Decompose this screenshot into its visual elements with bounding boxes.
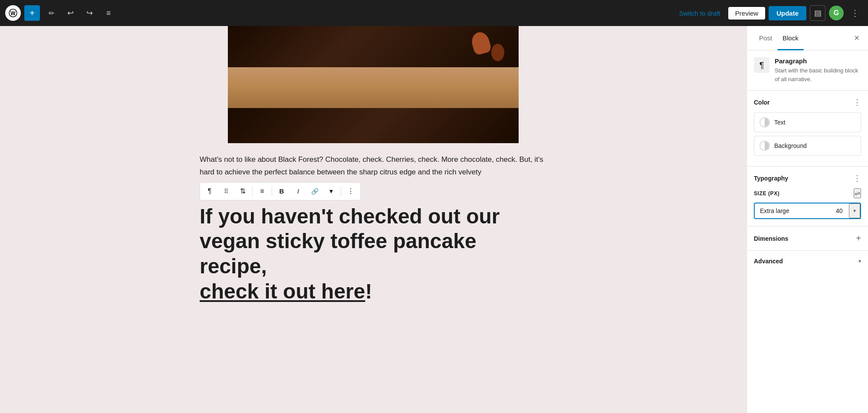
bold-icon: B (279, 187, 284, 195)
typography-more-button[interactable]: ⋮ (853, 174, 861, 183)
bold-button[interactable]: B (274, 184, 289, 199)
size-controls-icon: ⇌ (855, 190, 860, 197)
toolbar-divider-2 (272, 186, 272, 197)
add-block-button[interactable]: + (24, 5, 40, 21)
preview-button[interactable]: Preview (728, 7, 765, 20)
text-color-label: Text (774, 119, 786, 126)
dimensions-header: Dimensions + (754, 233, 861, 243)
block-more-button[interactable]: ⋮ (343, 184, 358, 199)
big-text-link[interactable]: check it out here (200, 280, 365, 303)
edit-button[interactable]: ✏ (43, 5, 59, 21)
size-controls-button[interactable]: ⇌ (854, 188, 861, 198)
drag-icon: ⠿ (224, 188, 228, 195)
redo-icon: ↪ (86, 8, 93, 18)
font-size-value: Extra large (755, 204, 836, 218)
move-icon: ⇅ (240, 187, 246, 195)
block-subtitle: Start with the basic building block of a… (775, 66, 861, 83)
undo-button[interactable]: ↩ (62, 5, 78, 21)
tab-block[interactable]: Block (777, 31, 804, 45)
align-button[interactable]: ≡ (254, 184, 270, 199)
undo-icon: ↩ (67, 8, 74, 18)
color-section: Color ⋮ Text Background (747, 91, 868, 167)
typography-section-title: Typography (754, 175, 788, 182)
main-layout: What's not to like about Black Forest? C… (0, 26, 868, 413)
background-color-swatch (760, 141, 770, 151)
tools-button[interactable]: ≡ (101, 5, 116, 21)
tab-post[interactable]: Post (754, 31, 777, 45)
update-button[interactable]: Update (769, 6, 806, 20)
right-sidebar: Post Block × ¶ Paragraph Start with the … (746, 26, 868, 413)
more-rich-text-button[interactable]: ▾ (323, 184, 339, 199)
block-info: ¶ Paragraph Start with the basic buildin… (754, 57, 861, 83)
block-description: Paragraph Start with the basic building … (775, 57, 861, 83)
block-type-icon: ¶ (754, 57, 769, 73)
advanced-title: Advanced (754, 258, 783, 265)
block-toolbar: ¶ ⠿ ⇅ ≡ B I 🔗 (200, 182, 361, 200)
paragraph-icon: ¶ (208, 187, 212, 195)
cake-image (228, 26, 519, 143)
color-section-title: Color (754, 99, 770, 106)
dimensions-section: Dimensions + (747, 226, 868, 251)
sidebar-toggle-button[interactable]: ▤ (810, 5, 825, 21)
topbar-right: Switch to draft Preview Update ▤ G ⋮ (675, 5, 863, 21)
paragraph-type-button[interactable]: ¶ (202, 184, 217, 199)
chevron-down-icon: ▾ (853, 208, 856, 214)
advanced-section-header[interactable]: Advanced ▾ (754, 258, 861, 265)
color-more-button[interactable]: ⋮ (853, 98, 861, 107)
big-text-block[interactable]: If you haven't checked out our vegan sti… (200, 204, 547, 304)
move-button[interactable]: ⇅ (235, 184, 250, 199)
wp-logo: W (5, 5, 21, 21)
italic-icon: I (297, 187, 299, 195)
big-text-suffix: ! (365, 280, 372, 303)
block-info-section: ¶ Paragraph Start with the basic buildin… (747, 50, 868, 91)
editor-area: What's not to like about Black Forest? C… (0, 26, 746, 413)
sidebar-close-button[interactable]: × (852, 31, 861, 45)
align-icon: ≡ (260, 187, 264, 195)
advanced-chevron-icon: ▾ (858, 258, 861, 264)
typography-more-icon: ⋮ (853, 174, 861, 183)
background-color-label: Background (774, 142, 807, 149)
sidebar-tabs: Post Block × (747, 26, 868, 50)
big-text-part1: If you haven't checked out our vegan sti… (200, 205, 500, 278)
more-options-button[interactable]: ⋮ (847, 5, 863, 21)
avatar-button[interactable]: G (829, 6, 844, 20)
link-icon: 🔗 (311, 188, 319, 195)
typography-section: Typography ⋮ SIZE (PX) ⇌ Extra large 40 … (747, 167, 868, 226)
edit-icon: ✏ (49, 9, 54, 17)
font-size-number: 40 (836, 204, 849, 218)
text-color-swatch (760, 117, 770, 128)
font-size-chevron-button[interactable]: ▾ (849, 203, 860, 218)
editor-content: What's not to like about Black Forest? C… (165, 26, 582, 304)
sidebar-icon: ▤ (814, 8, 822, 18)
color-more-icon: ⋮ (853, 98, 861, 107)
redo-button[interactable]: ↪ (82, 5, 97, 21)
drag-handle-button[interactable]: ⠿ (218, 184, 234, 199)
svg-text:W: W (10, 10, 16, 16)
italic-button[interactable]: I (290, 184, 306, 199)
block-title: Paragraph (775, 57, 861, 65)
plus-icon: + (30, 8, 35, 18)
color-section-header: Color ⋮ (754, 98, 861, 107)
plus-icon: + (856, 233, 861, 243)
more-icon: ⋮ (851, 8, 859, 18)
topbar: W + ✏ ↩ ↪ ≡ Switch to draft Preview Upda… (0, 0, 868, 26)
paragraph-block[interactable]: What's not to like about Black Forest? C… (200, 154, 547, 179)
font-size-row: SIZE (PX) ⇌ (754, 188, 861, 198)
advanced-section: Advanced ▾ (747, 251, 868, 272)
font-size-select-wrapper: Extra large 40 ▾ (754, 203, 861, 219)
size-label: SIZE (PX) (754, 190, 779, 197)
toolbar-divider-3 (341, 186, 341, 197)
switch-to-draft-button[interactable]: Switch to draft (675, 7, 725, 20)
toolbar-divider-1 (252, 186, 253, 197)
link-button[interactable]: 🔗 (307, 184, 322, 199)
text-color-option[interactable]: Text (754, 112, 861, 132)
dimensions-title: Dimensions (754, 235, 788, 242)
tools-icon: ≡ (106, 9, 111, 18)
ellipsis-icon: ⋮ (347, 187, 354, 195)
background-color-option[interactable]: Background (754, 136, 861, 156)
typography-section-header: Typography ⋮ (754, 174, 861, 183)
dimensions-add-button[interactable]: + (856, 233, 861, 243)
dropdown-icon: ▾ (329, 187, 333, 195)
